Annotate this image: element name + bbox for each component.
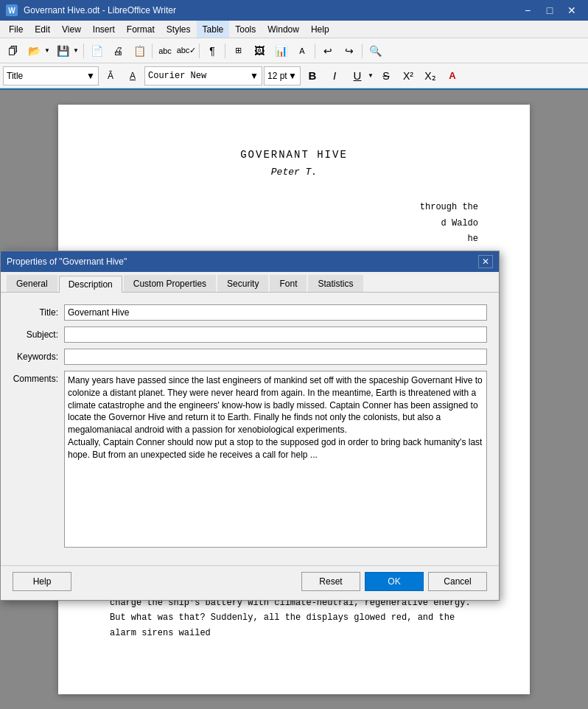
toolbar-sep-6 [362, 43, 363, 58]
subject-input[interactable] [64, 326, 487, 343]
menu-edit[interactable]: Edit [29, 21, 56, 38]
dialog-tabs: General Description Custom Properties Se… [1, 272, 499, 293]
main-toolbar: 🗍 📂 ▼ 💾 ▼ 📄 🖨 📋 abc abc✓ ¶ ⊞ 🖼 📊 A ↩ ↪ 🔍 [0, 38, 588, 63]
save-arrow-icon: ▼ [71, 42, 80, 60]
keywords-label: Keywords: [13, 349, 64, 362]
font-dropdown[interactable]: Courier New ▼ [144, 66, 262, 85]
tab-statistics[interactable]: Statistics [308, 275, 363, 292]
title-label: Title: [13, 304, 64, 318]
dialog-btn-right-group: Reset OK Cancel [301, 572, 487, 591]
doc-line-2: d Waldo [110, 216, 478, 232]
document-title: GOVERNANT HIVE [110, 149, 478, 161]
title-bar: W Governant Hive.odt - LibreOffice Write… [0, 0, 588, 21]
app-icon: W [6, 4, 18, 16]
reset-button[interactable]: Reset [301, 572, 360, 591]
menu-window[interactable]: Window [262, 21, 305, 38]
menu-tools[interactable]: Tools [229, 21, 262, 38]
toolbar-sep-1 [83, 43, 84, 58]
window-title: Governant Hive.odt - LibreOffice Writer [24, 5, 511, 15]
menu-bar: File Edit View Insert Format Styles Tabl… [0, 21, 588, 38]
new-button[interactable]: 🗍 [3, 41, 24, 60]
image-button[interactable]: 🖼 [249, 41, 270, 60]
toolbar-sep-3 [199, 43, 200, 58]
dialog-close-button[interactable]: ✕ [478, 255, 493, 268]
tab-security[interactable]: Security [217, 275, 268, 292]
save-icon: 💾 [54, 42, 71, 60]
window-controls: − □ ✕ [517, 3, 582, 18]
subject-label: Subject: [13, 326, 64, 340]
menu-format[interactable]: Format [121, 21, 161, 38]
minimize-button[interactable]: − [517, 3, 538, 18]
redo-button[interactable]: ↪ [339, 41, 360, 60]
properties-dialog: Properties of "Governant Hive" ✕ General… [0, 251, 500, 601]
underline-button[interactable]: U [347, 66, 368, 85]
autocomplete-button[interactable]: abc✓ [176, 41, 197, 60]
style-dropdown[interactable]: Title ▼ [3, 66, 99, 85]
doc-line-1: through the [110, 200, 478, 216]
formatting-marks-button[interactable]: ¶ [202, 41, 223, 60]
cancel-button[interactable]: Cancel [428, 572, 487, 591]
find-button[interactable]: 🔍 [365, 41, 385, 60]
style-a-button[interactable]: Ã [100, 66, 121, 85]
close-button[interactable]: ✕ [561, 3, 582, 18]
font-color-button[interactable]: A [442, 66, 463, 85]
menu-help[interactable]: Help [305, 21, 335, 38]
tab-description[interactable]: Description [59, 276, 122, 293]
title-row: Title: [13, 304, 487, 321]
style-clear-button[interactable]: A [122, 66, 143, 85]
print-preview-button[interactable]: 📋 [129, 41, 150, 60]
title-input[interactable] [64, 304, 487, 321]
menu-table[interactable]: Table [197, 21, 230, 38]
comments-label: Comments: [13, 371, 64, 384]
maximize-button[interactable]: □ [539, 3, 560, 18]
menu-styles[interactable]: Styles [161, 21, 197, 38]
style-value: Title [7, 71, 23, 81]
format-bar: Title ▼ Ã A Courier New ▼ 12 pt ▼ B I U… [0, 63, 588, 88]
bold-button[interactable]: B [302, 66, 323, 85]
size-dropdown-arrow: ▼ [288, 71, 297, 81]
tab-general[interactable]: General [7, 275, 57, 292]
subscript-button[interactable]: X₂ [420, 66, 441, 85]
tab-custom-properties[interactable]: Custom Properties [124, 275, 216, 292]
document-author: Peter T. [110, 167, 478, 178]
dialog-title-bar: Properties of "Governant Hive" ✕ [1, 251, 499, 272]
ok-button[interactable]: OK [365, 572, 424, 591]
keywords-input[interactable] [64, 349, 487, 365]
textbox-button[interactable]: A [292, 41, 312, 60]
size-dropdown[interactable]: 12 pt ▼ [264, 66, 301, 85]
size-value: 12 pt [267, 71, 287, 81]
dialog-content: Title: Subject: Keywords: Comments: Many… [1, 293, 499, 565]
help-button[interactable]: Help [13, 572, 71, 591]
style-dropdown-arrow: ▼ [86, 71, 95, 81]
font-dropdown-arrow: ▼ [250, 71, 259, 81]
toolbar-sep-2 [152, 43, 153, 58]
spellcheck-button[interactable]: abc [155, 41, 175, 60]
table-button[interactable]: ⊞ [228, 41, 248, 60]
underline-arrow[interactable]: ▼ [368, 72, 374, 79]
open-arrow-icon: ▼ [43, 42, 52, 60]
doc-line-3: he [110, 231, 478, 248]
tab-font[interactable]: Font [270, 275, 307, 292]
superscript-button[interactable]: X² [398, 66, 419, 85]
export-pdf-button[interactable]: 📄 [86, 41, 107, 60]
strikethrough-button[interactable]: S [376, 66, 396, 85]
comments-textarea[interactable]: Many years have passed since the last en… [64, 371, 487, 548]
menu-file[interactable]: File [3, 21, 29, 38]
italic-button[interactable]: I [324, 66, 345, 85]
save-button-group[interactable]: 💾 ▼ [53, 41, 81, 60]
comments-row: Comments: Many years have passed since t… [13, 371, 487, 548]
open-icon: 📂 [25, 42, 43, 60]
chart-button[interactable]: 📊 [270, 41, 291, 60]
menu-insert[interactable]: Insert [87, 21, 121, 38]
menu-view[interactable]: View [56, 21, 87, 38]
undo-button[interactable]: ↩ [318, 41, 338, 60]
open-button-group[interactable]: 📂 ▼ [24, 41, 52, 60]
dialog-buttons: Help Reset OK Cancel [1, 565, 499, 600]
toolbar-sep-5 [315, 43, 315, 58]
font-value: Courier New [148, 71, 206, 81]
dialog-overlay: Properties of "Governant Hive" ✕ General… [0, 251, 500, 601]
subject-row: Subject: [13, 326, 487, 343]
dialog-title: Properties of "Governant Hive" [7, 256, 127, 267]
keywords-row: Keywords: [13, 349, 487, 365]
print-button[interactable]: 🖨 [108, 41, 128, 60]
